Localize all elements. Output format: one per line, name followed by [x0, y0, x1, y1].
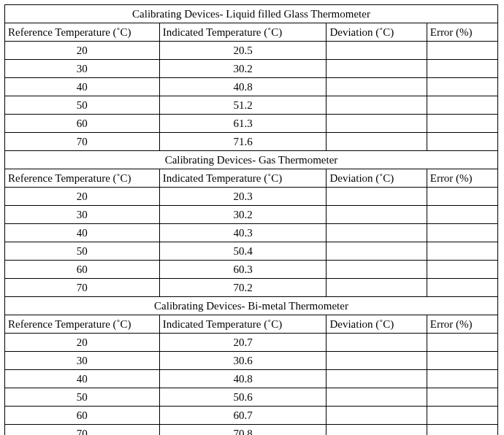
col-header-err: Error (%) [427, 169, 497, 188]
col-header-dev: Deviation (˚C) [327, 23, 427, 42]
col-header-ref: Reference Temperature (˚C) [5, 315, 160, 334]
cell-err [427, 407, 497, 425]
cell-dev [327, 279, 427, 297]
cell-err [427, 78, 497, 96]
cell-dev [327, 352, 427, 370]
cell-err [427, 352, 497, 370]
cell-ref: 50 [5, 388, 160, 407]
cell-ref: 50 [5, 242, 160, 261]
cell-ref: 60 [5, 407, 160, 425]
col-header-ind: Indicated Temperature (˚C) [159, 169, 327, 188]
cell-err [427, 388, 497, 407]
cell-ind: 70.2 [159, 279, 327, 297]
cell-dev [327, 425, 427, 436]
cell-err [427, 334, 497, 352]
cell-err [427, 261, 497, 279]
cell-ind: 30.2 [159, 206, 327, 224]
cell-err [427, 224, 497, 242]
cell-dev [327, 60, 427, 78]
cell-dev [327, 370, 427, 388]
cell-dev [327, 42, 427, 60]
cell-ind: 30.2 [159, 60, 327, 78]
cell-err [427, 115, 497, 133]
table-row: 7070.8 [5, 425, 498, 436]
cell-dev [327, 334, 427, 352]
cell-ref: 30 [5, 352, 160, 370]
cell-ind: 20.5 [159, 42, 327, 60]
table-row: 5050.6 [5, 388, 498, 407]
table-row: 7070.2 [5, 279, 498, 297]
cell-err [427, 188, 497, 206]
table-row: 5050.4 [5, 242, 498, 261]
table-row: 3030.2 [5, 60, 498, 78]
cell-ind: 30.6 [159, 352, 327, 370]
cell-ref: 60 [5, 261, 160, 279]
cell-dev [327, 261, 427, 279]
cell-ref: 40 [5, 78, 160, 96]
cell-ref: 30 [5, 60, 160, 78]
table-row: 4040.8 [5, 370, 498, 388]
cell-ind: 40.3 [159, 224, 327, 242]
table-row: 2020.3 [5, 188, 498, 206]
table-row: 6061.3 [5, 115, 498, 133]
cell-ref: 20 [5, 334, 160, 352]
cell-ref: 50 [5, 96, 160, 115]
cell-ind: 50.4 [159, 242, 327, 261]
cell-ref: 70 [5, 133, 160, 151]
cell-dev [327, 242, 427, 261]
table-row: 6060.7 [5, 407, 498, 425]
table-row: 2020.5 [5, 42, 498, 60]
calibration-table: Calibrating Devices- Liquid filled Glass… [4, 4, 498, 435]
cell-ref: 70 [5, 279, 160, 297]
cell-dev [327, 224, 427, 242]
cell-ind: 70.8 [159, 425, 327, 436]
cell-ind: 61.3 [159, 115, 327, 133]
cell-err [427, 242, 497, 261]
cell-dev [327, 388, 427, 407]
cell-ref: 60 [5, 115, 160, 133]
cell-ind: 60.7 [159, 407, 327, 425]
cell-ind: 20.3 [159, 188, 327, 206]
cell-ind: 51.2 [159, 96, 327, 115]
cell-dev [327, 206, 427, 224]
cell-ind: 20.7 [159, 334, 327, 352]
cell-dev [327, 78, 427, 96]
cell-err [427, 60, 497, 78]
cell-err [427, 96, 497, 115]
cell-ref: 40 [5, 224, 160, 242]
table-row: 5051.2 [5, 96, 498, 115]
cell-ind: 71.6 [159, 133, 327, 151]
cell-dev [327, 188, 427, 206]
table-row: 4040.3 [5, 224, 498, 242]
col-header-ref: Reference Temperature (˚C) [5, 23, 160, 42]
cell-dev [327, 96, 427, 115]
table-row: 7071.6 [5, 133, 498, 151]
section-title: Calibrating Devices- Gas Thermometer [5, 151, 498, 169]
cell-dev [327, 115, 427, 133]
cell-ind: 50.6 [159, 388, 327, 407]
cell-ref: 30 [5, 206, 160, 224]
cell-dev [327, 407, 427, 425]
table-row: 6060.3 [5, 261, 498, 279]
cell-err [427, 370, 497, 388]
cell-err [427, 133, 497, 151]
col-header-ref: Reference Temperature (˚C) [5, 169, 160, 188]
table-row: 2020.7 [5, 334, 498, 352]
cell-ind: 60.3 [159, 261, 327, 279]
col-header-ind: Indicated Temperature (˚C) [159, 315, 327, 334]
table-row: 3030.6 [5, 352, 498, 370]
col-header-ind: Indicated Temperature (˚C) [159, 23, 327, 42]
cell-ind: 40.8 [159, 78, 327, 96]
cell-err [427, 42, 497, 60]
cell-err [427, 425, 497, 436]
section-title: Calibrating Devices- Bi-metal Thermomete… [5, 297, 498, 315]
cell-ref: 40 [5, 370, 160, 388]
col-header-dev: Deviation (˚C) [327, 315, 427, 334]
section-title: Calibrating Devices- Liquid filled Glass… [5, 5, 498, 23]
cell-ref: 70 [5, 425, 160, 436]
cell-ref: 20 [5, 42, 160, 60]
col-header-err: Error (%) [427, 23, 497, 42]
table-row: 4040.8 [5, 78, 498, 96]
cell-ref: 20 [5, 188, 160, 206]
cell-ind: 40.8 [159, 370, 327, 388]
